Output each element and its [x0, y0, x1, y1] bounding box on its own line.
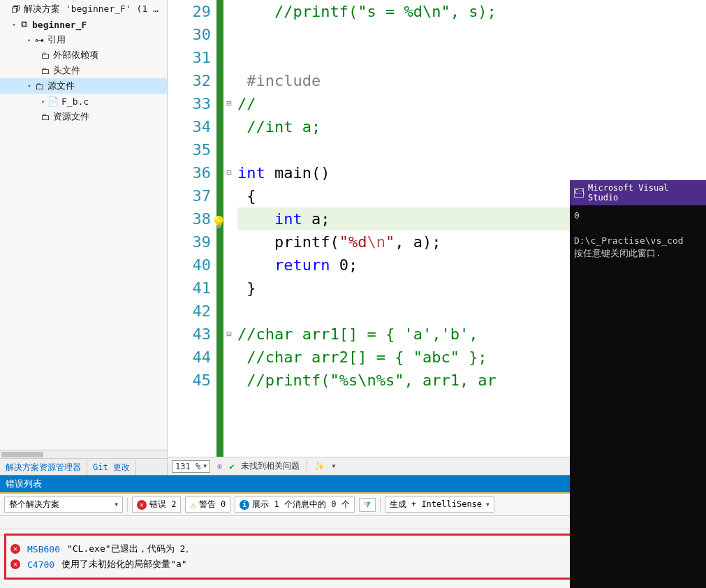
messages-count: 展示 1 个消息中的 0 个 [252, 499, 349, 510]
source-file-label: F_b.c [61, 96, 89, 107]
solution-tree: 🗇 解决方案 'beginner_F' (1 … ▾ ⧉ beginner_F … [0, 0, 167, 450]
headers-node[interactable]: 🗀 头文件 [0, 63, 167, 78]
resources-node[interactable]: 🗀 资源文件 [0, 109, 167, 124]
chevron-down-icon: ▼ [115, 501, 118, 508]
references-icon: ⊶ [34, 35, 45, 45]
source-file-node[interactable]: ▸ 📄 F_b.c [0, 94, 167, 109]
console-line: 0 [574, 210, 702, 222]
zoom-selector[interactable]: 131 % ▼ [172, 460, 210, 473]
scope-label: 整个解决方案 [9, 499, 59, 510]
error-code: MSB600 [27, 544, 60, 554]
build-intellisense-dropdown[interactable]: 生成 + IntelliSense ▼ [385, 497, 494, 513]
warnings-count: 警告 0 [199, 499, 226, 510]
messages-filter-button[interactable]: i 展示 1 个消息中的 0 个 [235, 497, 354, 513]
errors-filter-button[interactable]: ✕ 错误 2 [132, 497, 181, 513]
chevron-right-icon[interactable]: ▸ [25, 36, 34, 43]
errors-count: 错误 2 [149, 499, 176, 510]
resources-label: 资源文件 [53, 110, 89, 123]
folder-icon: 🗀 [39, 112, 50, 122]
wand-icon[interactable]: ✨ [314, 462, 325, 471]
folder-icon: 🗀 [39, 66, 50, 76]
zoom-value: 131 % [175, 462, 200, 471]
error-icon: ✕ [137, 500, 147, 510]
sources-label: 源文件 [47, 80, 75, 92]
project-node[interactable]: ▾ ⧉ beginner_F [0, 17, 167, 32]
project-label: beginner_F [32, 20, 87, 30]
headers-label: 头文件 [53, 64, 80, 77]
project-icon: ⧉ [18, 19, 29, 30]
chevron-down-icon: ▼ [332, 463, 335, 469]
tab-explorer[interactable]: 解决方案资源管理器 [0, 459, 87, 475]
status-text: 未找到相关问题 [241, 460, 300, 472]
error-description: 使用了未初始化的局部变量"a" [61, 558, 186, 571]
console-line: D:\c_Practise\vs_cod [574, 235, 702, 247]
lightbulb-icon[interactable]: 💡 [211, 211, 226, 234]
console-title-text: Microsoft Visual Studio [588, 183, 702, 203]
external-deps-label: 外部依赖项 [53, 49, 98, 61]
intellisense-icon[interactable]: ⊕ [217, 462, 222, 471]
console-body: 0 D:\c_Practise\vs_cod 按任意键关闭此窗口. [570, 205, 706, 264]
c-file-icon: 📄 [47, 96, 59, 107]
solution-node[interactable]: 🗇 解决方案 'beginner_F' (1 … [0, 1, 167, 17]
build-label: 生成 + IntelliSense [390, 499, 482, 510]
separator [127, 498, 128, 512]
solution-explorer: 🗇 解决方案 'beginner_F' (1 … ▾ ⧉ beginner_F … [0, 0, 168, 475]
line-gutter: 29303132333435363738💡39404142434445 [168, 0, 216, 457]
ok-icon: ✔ [229, 462, 234, 471]
sidebar-scrollbar[interactable] [0, 450, 167, 458]
chevron-down-icon[interactable]: ▾ [10, 21, 18, 28]
info-icon: i [240, 500, 249, 510]
console-icon: C:\ [574, 188, 584, 198]
chevron-down-icon[interactable]: ▾ [25, 82, 34, 89]
chevron-right-icon[interactable]: ▸ [39, 98, 47, 105]
chevron-down-icon: ▼ [203, 463, 207, 469]
console-line: 按任意键关闭此窗口. [574, 247, 702, 260]
error-icon: ✕ [10, 544, 20, 554]
separator [307, 460, 307, 473]
chevron-down-icon: ▼ [486, 501, 490, 508]
external-deps-node[interactable]: 🗀 外部依赖项 [0, 47, 167, 63]
error-icon: ✕ [10, 559, 20, 569]
references-label: 引用 [47, 34, 66, 46]
tab-git[interactable]: Git 更改 [87, 459, 136, 475]
separator [380, 498, 381, 512]
warning-icon: ⚠ [190, 499, 196, 510]
sources-node[interactable]: ▾ 🗀 源文件 [0, 78, 167, 94]
debug-console-window[interactable]: C:\ Microsoft Visual Studio 0 D:\c_Pract… [570, 180, 706, 588]
error-code: C4700 [27, 559, 54, 570]
solution-label: 解决方案 'beginner_F' (1 … [24, 3, 159, 15]
folder-icon: 🗀 [39, 50, 50, 61]
scope-dropdown[interactable]: 整个解决方案 ▼ [4, 497, 123, 513]
references-node[interactable]: ▸ ⊶ 引用 [0, 32, 167, 47]
sidebar-tabs: 解决方案资源管理器 Git 更改 [0, 458, 167, 475]
error-description: "CL.exe"已退出，代码为 2。 [67, 543, 194, 555]
filter-icon: ⧩ [364, 500, 371, 510]
solution-icon: 🗇 [10, 4, 21, 15]
console-titlebar[interactable]: C:\ Microsoft Visual Studio [570, 180, 706, 205]
folder-icon: 🗀 [34, 81, 45, 91]
warnings-filter-button[interactable]: ⚠ 警告 0 [185, 497, 230, 513]
filter-button[interactable]: ⧩ [359, 498, 376, 512]
